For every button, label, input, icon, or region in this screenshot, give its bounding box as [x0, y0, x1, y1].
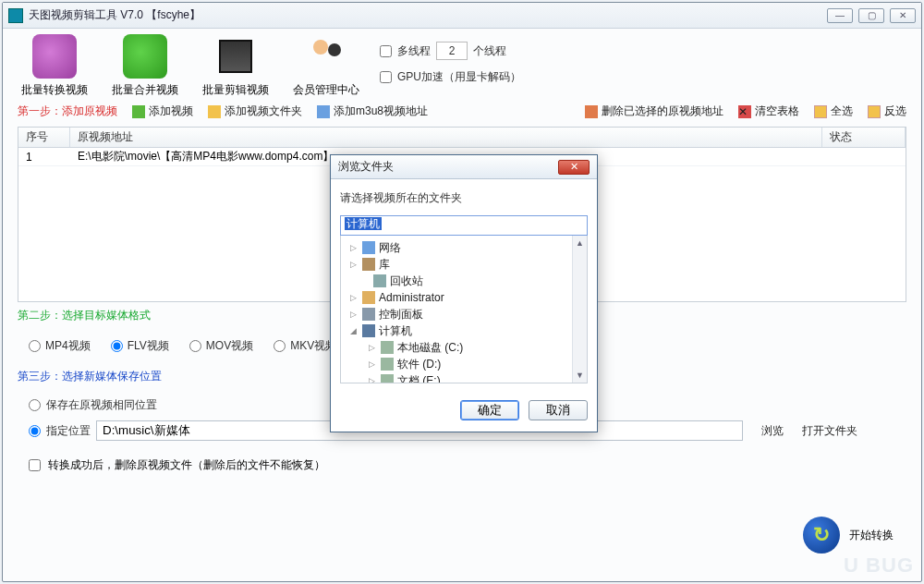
- scroll-up-button[interactable]: ▲: [573, 236, 587, 250]
- main-window: 天图视频剪辑工具 V7.0 【fscyhe】 — ▢ ✕ 批量转换视频 批量合并…: [2, 2, 922, 582]
- computer-icon: [362, 324, 375, 337]
- network-icon: [362, 241, 375, 254]
- dialog-title: 浏览文件夹: [338, 159, 558, 175]
- dialog-path-input[interactable]: 计算机: [340, 215, 588, 236]
- tree-node-recycle[interactable]: 回收站: [343, 273, 585, 289]
- tree-node-control[interactable]: ▷控制面板: [343, 306, 585, 322]
- dialog-cancel-button[interactable]: 取消: [529, 400, 588, 420]
- user-icon: [362, 291, 375, 304]
- dialog-titlebar[interactable]: 浏览文件夹 ✕: [331, 155, 597, 179]
- control-panel-icon: [362, 308, 375, 321]
- dialog-overlay: 浏览文件夹 ✕ 请选择视频所在的文件夹 计算机 ▷网络 ▷库 回收站 ▷Admi…: [3, 3, 921, 581]
- dialog-ok-button[interactable]: 确定: [460, 400, 519, 420]
- tree-node-library[interactable]: ▷库: [343, 256, 585, 273]
- tree-node-drive-d[interactable]: ▷软件 (D:): [343, 356, 585, 372]
- tree-node-drive-e[interactable]: ▷文档 (E:): [343, 372, 585, 383]
- drive-icon: [381, 358, 394, 371]
- tree-node-network[interactable]: ▷网络: [343, 239, 585, 256]
- drive-icon: [381, 374, 394, 383]
- scroll-down-button[interactable]: ▼: [573, 368, 587, 383]
- folder-tree[interactable]: ▷网络 ▷库 回收站 ▷Administrator ▷控制面板 ◢计算机 ▷本地…: [340, 236, 588, 383]
- library-icon: [362, 258, 375, 271]
- drive-icon: [381, 341, 394, 354]
- tree-scrollbar[interactable]: ▲▼: [572, 236, 587, 383]
- recycle-icon: [373, 274, 386, 287]
- tree-node-drive-c[interactable]: ▷本地磁盘 (C:): [343, 339, 585, 356]
- dialog-prompt: 请选择视频所在的文件夹: [340, 187, 588, 215]
- tree-node-computer[interactable]: ◢计算机: [343, 322, 585, 339]
- browse-folder-dialog: 浏览文件夹 ✕ 请选择视频所在的文件夹 计算机 ▷网络 ▷库 回收站 ▷Admi…: [330, 154, 598, 432]
- tree-node-admin[interactable]: ▷Administrator: [343, 289, 585, 306]
- dialog-close-button[interactable]: ✕: [558, 160, 590, 175]
